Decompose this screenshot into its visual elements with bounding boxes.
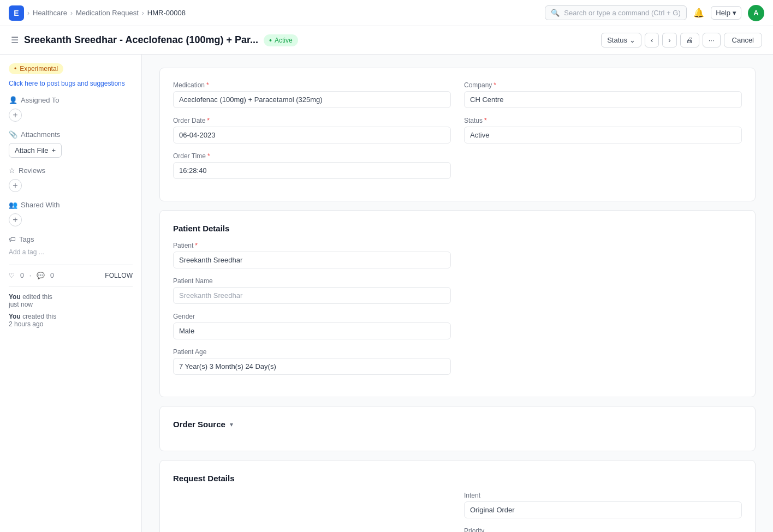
app-logo: E — [9, 5, 24, 21]
search-bar[interactable]: 🔍 Search or type a command (Ctrl + G) — [545, 5, 687, 20]
order-source-header[interactable]: Order Source ▾ — [173, 420, 742, 429]
patient-group: Patient * Sreekanth Sreedhar — [173, 242, 451, 268]
paperclip-icon: 📎 — [9, 130, 17, 139]
company-label: Company * — [464, 81, 742, 89]
user-avatar[interactable]: A — [748, 5, 764, 21]
comment-icon: 💬 — [37, 272, 45, 279]
count-separator: · — [29, 272, 31, 279]
share-icon: 👥 — [9, 201, 17, 209]
status-group: Status * Active — [464, 117, 742, 144]
bug-link[interactable]: Click here to post bugs and suggestions — [9, 80, 133, 87]
like-icon: ♡ — [9, 272, 15, 279]
more-options-button[interactable]: ··· — [703, 33, 721, 47]
breadcrumb-sep-3: › — [142, 9, 144, 17]
add-review-button[interactable]: + — [9, 179, 22, 192]
comment-count: 0 — [50, 272, 54, 279]
search-placeholder: Search or type a command (Ctrl + G) — [564, 9, 681, 17]
assigned-to-section: 👤 Assigned To + — [9, 96, 133, 122]
experimental-badge: Experimental — [9, 63, 63, 74]
order-source-card: Order Source ▾ — [159, 406, 756, 451]
top-nav-right: 🔍 Search or type a command (Ctrl + G) 🔔 … — [545, 5, 764, 21]
assigned-to-header: 👤 Assigned To — [9, 96, 133, 104]
top-nav-left: E › Healthcare › Medication Request › HM… — [9, 5, 186, 21]
gender-label: Gender — [173, 313, 451, 320]
activity-edited-action: edited this — [22, 293, 52, 301]
like-count: 0 — [20, 272, 24, 279]
add-tag-placeholder[interactable]: Add a tag ... — [9, 248, 44, 256]
patient-age-row: Patient Age 7 Year(s) 3 Month(s) 24 Day(… — [173, 348, 742, 375]
activity-edited: You edited this just now — [9, 293, 133, 308]
status-button[interactable]: Status ⌄ — [601, 33, 641, 47]
shared-with-label: Shared With — [21, 201, 60, 209]
next-button[interactable]: › — [662, 33, 676, 47]
order-time-row: Order Time * 16:28:40 — [173, 152, 742, 179]
star-icon: ☆ — [9, 166, 15, 175]
follow-button[interactable]: FOLLOW — [105, 272, 133, 279]
page-title: Sreekanth Sreedhar - Aceclofenac (100mg)… — [24, 34, 258, 46]
breadcrumb-current: HMR-00008 — [147, 9, 186, 17]
gender-value: Male — [173, 322, 451, 339]
cancel-button[interactable]: Cancel — [724, 33, 762, 47]
shared-with-section: 👥 Shared With + — [9, 201, 133, 226]
reviews-section: ☆ Reviews + — [9, 166, 133, 192]
help-chevron-icon: ▾ — [733, 9, 736, 17]
help-button[interactable]: Help ▾ — [711, 6, 741, 20]
breadcrumb-medication-request[interactable]: Medication Request — [76, 9, 139, 17]
attach-file-button[interactable]: Attach File + — [9, 143, 62, 158]
menu-icon[interactable]: ☰ — [11, 35, 19, 45]
search-icon: 🔍 — [551, 9, 560, 17]
patient-age-group: Patient Age 7 Year(s) 3 Month(s) 24 Day(… — [173, 348, 451, 375]
order-time-value[interactable]: 16:28:40 — [173, 162, 451, 179]
reviews-label: Reviews — [19, 166, 45, 175]
medication-required: * — [206, 81, 209, 89]
activity-created-user: You — [9, 313, 21, 320]
intent-group: Intent Original Order — [464, 492, 742, 518]
add-assigned-button[interactable]: + — [9, 109, 22, 122]
company-value[interactable]: CH Centre — [464, 91, 742, 108]
patient-details-card: Patient Details Patient * Sreekanth Sree… — [159, 210, 756, 397]
gender-group: Gender Male — [173, 313, 451, 339]
patient-name-group: Patient Name Sreekanth Sreedhar — [173, 277, 451, 304]
status-button-label: Status — [607, 36, 627, 44]
tags-section: 🏷 Tags Add a tag ... — [9, 235, 133, 256]
patient-age-label: Patient Age — [173, 348, 451, 356]
patient-name-label: Patient Name — [173, 277, 451, 285]
company-required: * — [493, 81, 496, 89]
page-header: ☰ Sreekanth Sreedhar - Aceclofenac (100m… — [0, 26, 773, 55]
help-label: Help — [716, 9, 730, 17]
activity-created-time: 2 hours ago — [9, 320, 43, 328]
intent-label: Intent — [464, 492, 742, 499]
status-field-value[interactable]: Active — [464, 127, 742, 144]
patient-value[interactable]: Sreekanth Sreedhar — [173, 252, 451, 268]
order-date-value[interactable]: 06-04-2023 — [173, 127, 451, 144]
sidebar: Experimental Click here to post bugs and… — [0, 55, 142, 532]
order-source-title: Order Source — [173, 420, 225, 429]
prev-button[interactable]: ‹ — [645, 33, 659, 47]
medication-company-row: Medication * Aceclofenac (100mg) + Parac… — [173, 81, 742, 108]
reviews-header: ☆ Reviews — [9, 166, 133, 175]
attachments-section: 📎 Attachments Attach File + — [9, 130, 133, 158]
patient-label: Patient * — [173, 242, 451, 249]
patient-details-title: Patient Details — [173, 224, 742, 233]
medication-value[interactable]: Aceclofenac (100mg) + Paracetamol (325mg… — [173, 91, 451, 108]
status-chevron-icon: ⌄ — [629, 36, 635, 44]
company-group: Company * CH Centre — [464, 81, 742, 108]
activity-edited-time: just now — [9, 301, 33, 308]
order-time-label: Order Time * — [173, 152, 451, 160]
request-details-card: Request Details Intent Original Order Pr… — [159, 460, 756, 532]
tags-label: Tags — [19, 235, 34, 243]
breadcrumb-healthcare[interactable]: Healthcare — [33, 9, 67, 17]
gender-row: Gender Male — [173, 313, 742, 339]
date-status-row: Order Date * 06-04-2023 Status * Active — [173, 117, 742, 144]
notification-bell[interactable]: 🔔 — [693, 8, 704, 18]
assigned-to-label: Assigned To — [21, 96, 60, 104]
medication-group: Medication * Aceclofenac (100mg) + Parac… — [173, 81, 451, 108]
page-header-left: ☰ Sreekanth Sreedhar - Aceclofenac (100m… — [11, 34, 298, 46]
status-field-label: Status * — [464, 117, 742, 124]
print-button[interactable]: 🖨 — [680, 33, 699, 47]
medication-card: Medication * Aceclofenac (100mg) + Parac… — [159, 68, 756, 201]
request-details-title: Request Details — [173, 474, 742, 483]
add-shared-button[interactable]: + — [9, 213, 22, 226]
attachments-header: 📎 Attachments — [9, 130, 133, 139]
order-source-chevron-icon: ▾ — [230, 421, 233, 428]
